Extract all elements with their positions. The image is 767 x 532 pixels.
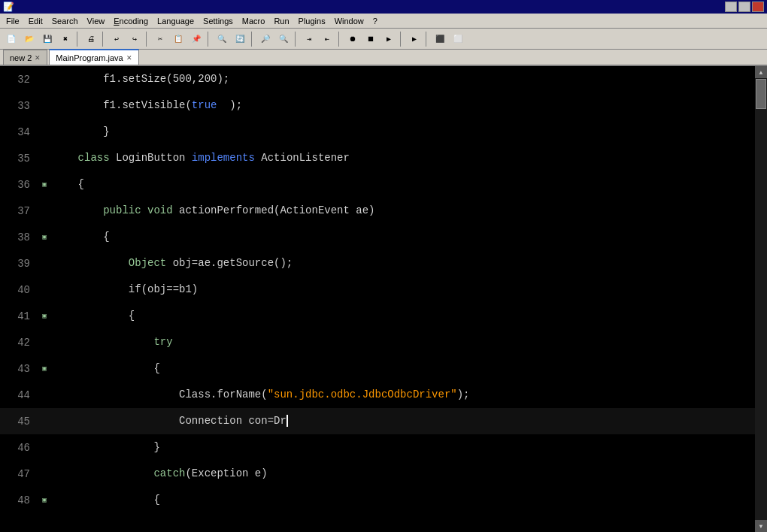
code-line-44[interactable]: 44 Class.forName("sun.jdbc.odbc.JdbcOdbc…	[0, 382, 755, 408]
fold-btn-38[interactable]: ▣	[39, 232, 50, 243]
toolbar-btn-cut[interactable]: ✂	[152, 31, 168, 47]
code-line-32[interactable]: 32 f1.setSize(500,200);	[0, 66, 755, 92]
toolbar-btn-close[interactable]: ✖	[57, 31, 74, 47]
line-number-46: 46	[0, 442, 39, 454]
menu-item-macro[interactable]: Macro	[238, 15, 270, 27]
toolbar-btn-plugin1[interactable]: ⬛	[432, 31, 448, 47]
tab-close-1[interactable]: ✕	[126, 54, 132, 62]
code-content-41: {	[50, 303, 135, 329]
code-content-48: {	[50, 487, 160, 513]
fold-btn-42	[39, 337, 50, 348]
line-number-44: 44	[0, 389, 39, 401]
titlebar-left: 📝	[3, 2, 17, 12]
toolbar-btn-find[interactable]: 🔍	[214, 31, 230, 47]
code-line-36[interactable]: 36▣ {	[0, 171, 755, 198]
fold-btn-35	[39, 153, 50, 164]
menu-item-?[interactable]: ?	[368, 15, 382, 27]
scrollbar[interactable]: ▲ ▼	[755, 66, 767, 532]
code-line-35[interactable]: 35 class LoginButton implements ActionLi…	[0, 145, 755, 171]
scroll-thumb[interactable]	[756, 79, 766, 109]
toolbar-btn-macro-stop[interactable]: ⏹	[362, 31, 379, 47]
menu-item-file[interactable]: File	[2, 15, 24, 27]
code-line-41[interactable]: 41▣ {	[0, 303, 755, 329]
close-button[interactable]	[752, 2, 764, 12]
tab-0[interactable]: new 2✕	[3, 50, 47, 65]
line-number-40: 40	[0, 284, 39, 296]
code-line-38[interactable]: 38▣ {	[0, 224, 755, 250]
code-line-33[interactable]: 33 f1.setVisible(true );	[0, 92, 755, 119]
menu-item-plugins[interactable]: Plugins	[294, 15, 330, 27]
code-area[interactable]: 32 f1.setSize(500,200);33 f1.setVisible(…	[0, 66, 755, 532]
fold-btn-45	[39, 416, 50, 427]
toolbar-btn-plugin2[interactable]: ⬜	[450, 31, 466, 47]
line-number-48: 48	[0, 494, 39, 506]
menu-item-encoding[interactable]: Encoding	[109, 15, 153, 27]
menu-item-run[interactable]: Run	[269, 15, 293, 27]
toolbar-separator	[338, 32, 341, 47]
toolbar-btn-macro-rec[interactable]: ⏺	[344, 31, 361, 47]
code-line-43[interactable]: 43▣ {	[0, 355, 755, 382]
tab-label-0: new 2	[10, 53, 32, 62]
line-number-33: 33	[0, 100, 39, 112]
scroll-up-button[interactable]: ▲	[755, 66, 767, 78]
toolbar-btn-indent[interactable]: ⇥	[301, 31, 317, 47]
toolbar-separator	[208, 32, 211, 47]
fold-btn-36[interactable]: ▣	[39, 180, 50, 190]
toolbar: 📄📂💾✖🖨↩↪✂📋📌🔍🔄🔎🔍⇥⇤⏺⏹▶▶⬛⬜	[0, 29, 767, 50]
titlebar: 📝	[0, 0, 767, 14]
menu-item-view[interactable]: View	[83, 15, 110, 27]
toolbar-btn-paste[interactable]: 📌	[188, 31, 205, 47]
editor-container: 32 f1.setSize(500,200);33 f1.setVisible(…	[0, 66, 767, 532]
code-content-45: Connection con=Dr​	[50, 408, 288, 434]
code-line-37[interactable]: 37 public void actionPerformed(ActionEve…	[0, 198, 755, 224]
maximize-button[interactable]	[738, 2, 750, 12]
code-line-47[interactable]: 47 catch(Exception e)	[0, 461, 755, 487]
line-number-38: 38	[0, 231, 39, 243]
toolbar-separator	[295, 32, 298, 47]
menu-item-settings[interactable]: Settings	[199, 15, 238, 27]
code-line-46[interactable]: 46 }	[0, 434, 755, 461]
scroll-track[interactable]	[755, 78, 767, 520]
toolbar-btn-zoom-in[interactable]: 🔎	[257, 31, 274, 47]
menu-item-window[interactable]: Window	[330, 15, 368, 27]
toolbar-btn-macro-play[interactable]: ▶	[380, 31, 397, 47]
tab-1[interactable]: MainProgram.java✕	[49, 49, 138, 65]
fold-btn-43[interactable]: ▣	[39, 364, 50, 374]
line-number-37: 37	[0, 205, 39, 217]
code-content-44: Class.forName("sun.jdbc.odbc.JdbcOdbcDri…	[50, 382, 470, 408]
fold-btn-39	[39, 258, 50, 269]
code-content-36: {	[50, 171, 84, 198]
minimize-button[interactable]	[725, 2, 737, 12]
code-line-40[interactable]: 40 if(obj==b1)	[0, 277, 755, 303]
toolbar-btn-undo[interactable]: ↩	[108, 31, 125, 47]
toolbar-btn-outdent[interactable]: ⇤	[319, 31, 335, 47]
menu-item-language[interactable]: Language	[153, 15, 199, 27]
scroll-down-button[interactable]: ▼	[755, 520, 767, 532]
code-line-48[interactable]: 48▣ {	[0, 487, 755, 513]
toolbar-btn-copy[interactable]: 📋	[170, 31, 186, 47]
fold-btn-46	[39, 443, 50, 453]
titlebar-controls[interactable]	[725, 2, 764, 12]
toolbar-btn-new[interactable]: 📄	[3, 31, 20, 47]
fold-btn-41[interactable]: ▣	[39, 311, 50, 322]
tab-close-0[interactable]: ✕	[35, 54, 41, 62]
code-line-34[interactable]: 34 }	[0, 119, 755, 145]
code-line-42[interactable]: 42 try	[0, 329, 755, 355]
toolbar-btn-zoom-out[interactable]: 🔍	[275, 31, 292, 47]
toolbar-separator	[102, 32, 105, 47]
code-line-39[interactable]: 39 Object obj=ae.getSource();	[0, 250, 755, 277]
code-content-43: {	[50, 355, 160, 382]
toolbar-separator	[400, 32, 403, 47]
menu-item-edit[interactable]: Edit	[24, 15, 47, 27]
toolbar-btn-open[interactable]: 📂	[21, 31, 38, 47]
fold-btn-48[interactable]: ▣	[39, 495, 50, 506]
toolbar-btn-save[interactable]: 💾	[39, 31, 56, 47]
toolbar-btn-replace[interactable]: 🔄	[232, 31, 248, 47]
toolbar-btn-redo[interactable]: ↪	[126, 31, 143, 47]
menu-item-search[interactable]: Search	[47, 15, 83, 27]
tabbar: new 2✕MainProgram.java✕	[0, 50, 767, 66]
line-number-39: 39	[0, 258, 39, 270]
toolbar-btn-print[interactable]: 🖨	[83, 31, 99, 47]
toolbar-btn-run[interactable]: ▶	[406, 31, 423, 47]
code-line-45[interactable]: 45 Connection con=Dr​	[0, 408, 755, 434]
